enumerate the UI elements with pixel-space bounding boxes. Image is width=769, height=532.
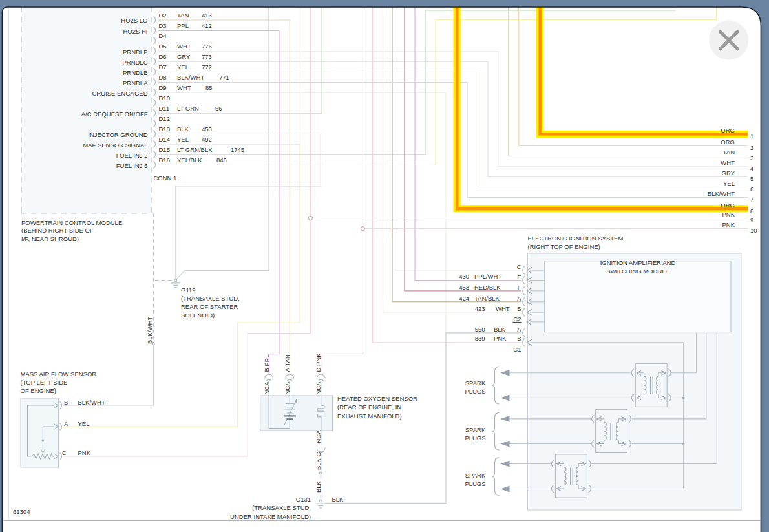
svg-text:772: 772 bbox=[202, 63, 212, 70]
svg-text:NCA: NCA bbox=[315, 430, 322, 443]
svg-text:8: 8 bbox=[750, 207, 753, 215]
svg-text:PNK: PNK bbox=[722, 221, 735, 228]
svg-text:ORG: ORG bbox=[721, 138, 735, 145]
svg-text:D8: D8 bbox=[159, 74, 167, 81]
svg-text:A/C REQUEST ON/OFF: A/C REQUEST ON/OFF bbox=[81, 111, 148, 118]
svg-text:G119: G119 bbox=[181, 286, 196, 293]
svg-text:NCA: NCA bbox=[284, 381, 291, 395]
svg-text:WHT: WHT bbox=[177, 84, 191, 91]
svg-text:ORG: ORG bbox=[721, 202, 735, 209]
svg-text:412: 412 bbox=[202, 22, 212, 29]
svg-text:BLK/WHT: BLK/WHT bbox=[708, 190, 735, 197]
svg-text:B: B bbox=[517, 305, 521, 312]
svg-text:PNK: PNK bbox=[78, 449, 91, 456]
svg-text:I/P, NEAR SHROUD): I/P, NEAR SHROUD) bbox=[21, 235, 79, 242]
svg-text:D2: D2 bbox=[159, 12, 167, 19]
svg-text:D5: D5 bbox=[159, 43, 167, 50]
svg-text:10: 10 bbox=[750, 227, 757, 234]
svg-text:2: 2 bbox=[750, 144, 753, 151]
svg-text:BLK: BLK bbox=[177, 125, 189, 133]
svg-text:550: 550 bbox=[475, 326, 485, 333]
svg-text:C: C bbox=[62, 449, 67, 456]
svg-text:D13: D13 bbox=[159, 125, 170, 133]
svg-text:LT GRN/BLK: LT GRN/BLK bbox=[177, 146, 213, 153]
svg-text:BLK: BLK bbox=[494, 326, 506, 333]
svg-text:A: A bbox=[517, 295, 521, 302]
svg-text:RED/BLK: RED/BLK bbox=[474, 284, 501, 291]
svg-text:ORG: ORG bbox=[721, 127, 735, 134]
svg-text:NCA: NCA bbox=[263, 381, 270, 395]
svg-text:D PNK: D PNK bbox=[315, 353, 322, 372]
svg-text:9: 9 bbox=[750, 217, 753, 224]
svg-text:D9: D9 bbox=[159, 84, 167, 91]
svg-text:413: 413 bbox=[202, 12, 212, 19]
svg-text:HEATED OXYGEN SENSOR: HEATED OXYGEN SENSOR bbox=[337, 395, 417, 402]
svg-text:INJECTOR GROUND: INJECTOR GROUND bbox=[88, 131, 147, 138]
svg-text:C: C bbox=[517, 263, 521, 270]
svg-text:HO2S HI: HO2S HI bbox=[123, 28, 147, 35]
svg-text:453: 453 bbox=[459, 284, 469, 291]
svg-text:YEL: YEL bbox=[723, 180, 735, 187]
svg-text:(RIGHT TOP OF ENGINE): (RIGHT TOP OF ENGINE) bbox=[528, 243, 600, 250]
svg-text:D6: D6 bbox=[159, 53, 167, 60]
svg-text:FUEL INJ 6: FUEL INJ 6 bbox=[116, 162, 148, 169]
svg-text:PRNDLC: PRNDLC bbox=[122, 59, 147, 66]
svg-text:YEL: YEL bbox=[177, 63, 189, 70]
svg-text:D16: D16 bbox=[159, 156, 170, 164]
svg-text:PPL: PPL bbox=[177, 22, 189, 29]
svg-text:G131: G131 bbox=[296, 496, 311, 503]
svg-text:GRY: GRY bbox=[722, 169, 735, 176]
svg-text:3: 3 bbox=[750, 154, 753, 162]
svg-text:BLK C: BLK C bbox=[315, 452, 322, 470]
svg-text:450: 450 bbox=[202, 125, 212, 133]
svg-text:B: B bbox=[64, 399, 68, 406]
svg-text:YEL: YEL bbox=[177, 136, 189, 143]
svg-text:B: B bbox=[517, 335, 521, 342]
svg-text:PLUGS: PLUGS bbox=[465, 388, 485, 395]
svg-text:F: F bbox=[518, 284, 521, 291]
svg-text:A TAN: A TAN bbox=[284, 354, 291, 372]
svg-text:A: A bbox=[64, 420, 68, 427]
svg-text:771: 771 bbox=[219, 74, 229, 81]
svg-text:E: E bbox=[517, 273, 521, 281]
svg-text:4: 4 bbox=[750, 165, 753, 172]
svg-text:REAR OF STARTER: REAR OF STARTER bbox=[181, 303, 238, 310]
svg-text:6: 6 bbox=[750, 186, 753, 193]
svg-text:IGNITION AMPLIFIER AND: IGNITION AMPLIFIER AND bbox=[600, 259, 676, 266]
svg-text:SOLENOID): SOLENOID) bbox=[181, 312, 215, 319]
svg-text:GRY: GRY bbox=[177, 53, 191, 60]
svg-text:(BEHIND RIGHT SIDE OF: (BEHIND RIGHT SIDE OF bbox=[21, 227, 94, 234]
svg-text:776: 776 bbox=[202, 43, 212, 50]
svg-text:YEL/BLK: YEL/BLK bbox=[177, 156, 202, 164]
svg-text:7: 7 bbox=[750, 196, 753, 203]
svg-text:SPARK: SPARK bbox=[465, 426, 486, 433]
svg-text:FUEL INJ 2: FUEL INJ 2 bbox=[116, 152, 148, 159]
svg-text:SWITCHING MODULE: SWITCHING MODULE bbox=[606, 268, 669, 275]
svg-text:D15: D15 bbox=[159, 146, 170, 153]
svg-text:839: 839 bbox=[475, 335, 485, 342]
svg-text:1: 1 bbox=[750, 133, 753, 140]
svg-text:CRUISE ENGAGED: CRUISE ENGAGED bbox=[92, 90, 147, 97]
svg-text:WHT: WHT bbox=[721, 159, 735, 166]
svg-text:MAF SENSOR SIGNAL: MAF SENSOR SIGNAL bbox=[83, 142, 147, 149]
svg-text:POWERTRAIN CONTROL MODULE: POWERTRAIN CONTROL MODULE bbox=[21, 219, 122, 226]
svg-text:846: 846 bbox=[216, 156, 227, 164]
svg-text:WHT: WHT bbox=[177, 43, 191, 50]
svg-text:PLUGS: PLUGS bbox=[465, 434, 485, 442]
svg-text:D3: D3 bbox=[159, 22, 167, 29]
svg-text:PRNDLA: PRNDLA bbox=[123, 80, 148, 87]
svg-text:BLK: BLK bbox=[315, 480, 322, 493]
svg-text:D4: D4 bbox=[159, 32, 167, 39]
svg-text:PPL/WHT: PPL/WHT bbox=[474, 273, 501, 280]
svg-text:PNK: PNK bbox=[722, 211, 735, 218]
svg-text:D14: D14 bbox=[159, 136, 170, 143]
svg-text:D7: D7 bbox=[159, 63, 167, 70]
svg-text:TAN: TAN bbox=[177, 12, 189, 19]
svg-text:C2: C2 bbox=[513, 315, 521, 323]
svg-text:CONN 1: CONN 1 bbox=[154, 175, 177, 182]
svg-text:UNDER INTAKE MANIFOLD): UNDER INTAKE MANIFOLD) bbox=[230, 513, 311, 520]
svg-text:MASS AIR FLOW SENSOR: MASS AIR FLOW SENSOR bbox=[21, 370, 97, 378]
svg-text:NCA: NCA bbox=[315, 381, 322, 395]
svg-text:C1: C1 bbox=[513, 346, 521, 353]
svg-text:YEL: YEL bbox=[78, 420, 90, 427]
